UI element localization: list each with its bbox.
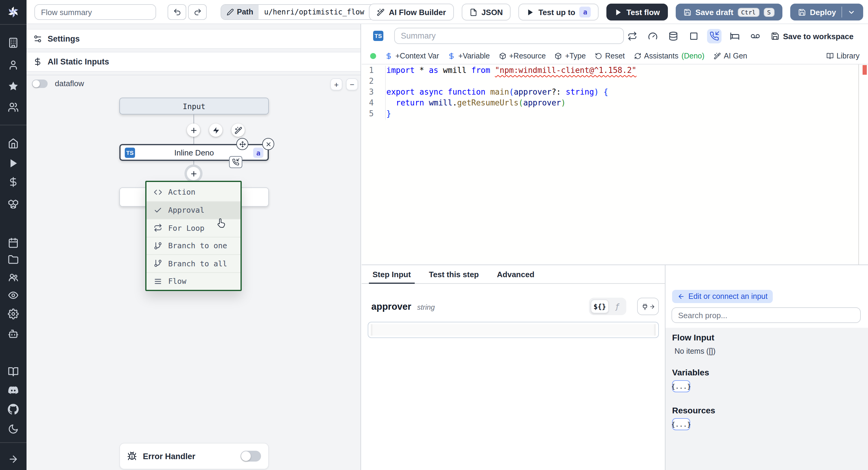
library-button[interactable]: Library: [827, 52, 860, 60]
flow-summary-input[interactable]: [34, 4, 156, 20]
dollar-sign-icon[interactable]: [8, 177, 19, 187]
redo-button[interactable]: [188, 4, 207, 20]
dataflow-toggle[interactable]: [32, 79, 48, 88]
gear-icon[interactable]: [8, 309, 19, 319]
ai-generate-step-button[interactable]: [231, 124, 245, 137]
step-tabs: Step Input Test this step Advanced: [362, 265, 665, 284]
connect-props-pane: Edit or connect an input Flow Input No i…: [665, 265, 868, 470]
function-mode-button[interactable]: ƒ: [610, 300, 624, 313]
discord-icon[interactable]: [8, 385, 19, 396]
test-flow-button[interactable]: Test flow: [607, 4, 668, 21]
tab-advanced[interactable]: Advanced: [496, 265, 535, 283]
error-handler-row[interactable]: Error Handler: [119, 443, 269, 469]
search-prop-input[interactable]: [672, 307, 861, 323]
button-divider: [841, 7, 842, 18]
tab-step-input[interactable]: Step Input: [371, 265, 412, 283]
step-settings-toolbar: Save to workspace: [625, 24, 854, 48]
boxes-icon[interactable]: [8, 198, 19, 209]
building-icon[interactable]: [8, 37, 19, 48]
insert-step-button-active[interactable]: [187, 167, 200, 180]
test-up-to-button[interactable]: Test up to a: [518, 4, 598, 21]
variables-object-chip[interactable]: {...}: [672, 380, 690, 392]
menu-item-branch-to-one[interactable]: Branch to one: [147, 237, 241, 254]
menu-item-branch-to-all[interactable]: Branch to all: [147, 254, 241, 272]
arrow-right-icon[interactable]: [8, 454, 19, 465]
rotate-ccw-icon: [595, 53, 602, 60]
phone-incoming-suspend-icon[interactable]: [707, 29, 721, 43]
assistants-button[interactable]: Assistants (Deno): [634, 52, 704, 60]
json-button[interactable]: JSON: [462, 4, 511, 21]
users-icon[interactable]: [8, 102, 19, 113]
code-icon: [154, 188, 162, 196]
tab-test-this-step[interactable]: Test this step: [428, 265, 480, 283]
undo-button[interactable]: [167, 4, 186, 20]
save-to-workspace-button[interactable]: Save to workspace: [771, 32, 854, 41]
add-type-button[interactable]: +Type: [555, 52, 586, 60]
error-handler-toggle[interactable]: [241, 451, 261, 462]
zoom-in-button[interactable]: +: [330, 78, 342, 90]
user-icon[interactable]: [8, 60, 19, 70]
chevron-down-icon[interactable]: [847, 8, 855, 16]
path-button[interactable]: Path: [221, 5, 258, 19]
step-editor-panel: TS Save to workspace +Context Var: [362, 24, 868, 470]
deploy-button[interactable]: Deploy: [790, 4, 863, 21]
template-mode-button[interactable]: ${}: [591, 300, 609, 313]
approver-value-input[interactable]: [368, 322, 659, 338]
user-group-icon[interactable]: [8, 272, 19, 283]
resources-object-chip[interactable]: {...}: [672, 418, 690, 430]
connect-input-button[interactable]: [637, 298, 659, 315]
step-summary-input[interactable]: [394, 28, 624, 44]
arrow-right-icon: [649, 303, 655, 309]
voicemail-icon[interactable]: [748, 29, 763, 43]
move-step-handle[interactable]: [236, 138, 248, 150]
step-id-badge: a: [580, 7, 591, 18]
zoom-out-button[interactable]: −: [346, 78, 358, 90]
git-branch-icon: [154, 242, 162, 250]
ai-flow-builder-button[interactable]: AI Flow Builder: [369, 4, 454, 21]
check-icon: [154, 206, 162, 215]
suspend-step-badge[interactable]: [229, 156, 242, 168]
field-name: approver: [371, 301, 411, 312]
book-open-icon[interactable]: [8, 366, 19, 377]
editor-gutter: 1 2 3 4 5: [362, 65, 374, 119]
square-mock-icon[interactable]: [687, 29, 701, 43]
flow-input-node[interactable]: Input: [119, 98, 269, 115]
star-icon[interactable]: [8, 81, 19, 92]
error-handler-label: Error Handler: [143, 451, 195, 461]
add-variable-button[interactable]: +Variable: [448, 52, 490, 60]
home-icon[interactable]: [8, 138, 19, 149]
gauge-icon[interactable]: [646, 29, 660, 43]
bed-sleep-icon[interactable]: [727, 29, 742, 43]
flow-settings-row[interactable]: Settings: [27, 29, 361, 49]
add-resource-button[interactable]: +Resource: [499, 52, 546, 60]
edit-or-connect-button[interactable]: Edit or connect an input: [672, 290, 773, 303]
all-static-inputs-row[interactable]: All Static Inputs: [27, 52, 361, 72]
menu-item-action[interactable]: Action: [147, 183, 241, 201]
close-icon: [265, 141, 272, 147]
insert-step-button[interactable]: [187, 124, 200, 137]
bot-icon[interactable]: [8, 328, 19, 339]
kbd-s: S: [764, 7, 774, 17]
redo-icon: [193, 8, 202, 16]
book-icon: [827, 53, 834, 60]
database-cache-icon[interactable]: [666, 29, 681, 43]
ai-gen-button[interactable]: AI Gen: [713, 52, 747, 60]
github-icon[interactable]: [8, 404, 19, 414]
menu-item-approval[interactable]: Approval: [147, 201, 241, 219]
folder-icon[interactable]: [8, 254, 19, 265]
play-icon[interactable]: [8, 158, 19, 169]
retry-repeat-icon[interactable]: [625, 29, 640, 43]
eye-icon[interactable]: [8, 290, 19, 301]
delete-step-button[interactable]: [262, 138, 274, 150]
kbd-ctrl: Ctrl: [738, 7, 759, 17]
flow-canvas: dataflow + − Input TS Inline De: [27, 75, 361, 470]
reset-button[interactable]: Reset: [595, 52, 625, 60]
code-editor[interactable]: 1 2 3 4 5 import * as wmill from "npm:wi…: [362, 64, 868, 264]
trigger-button[interactable]: [209, 124, 222, 137]
save-draft-button[interactable]: Save draft CtrlS: [675, 4, 782, 21]
menu-item-flow[interactable]: Flow: [147, 272, 241, 290]
add-context-var-button[interactable]: +Context Var: [385, 52, 439, 60]
moon-icon[interactable]: [8, 424, 19, 434]
calendar-icon[interactable]: [8, 238, 19, 248]
windmill-logo-icon[interactable]: [6, 5, 21, 19]
